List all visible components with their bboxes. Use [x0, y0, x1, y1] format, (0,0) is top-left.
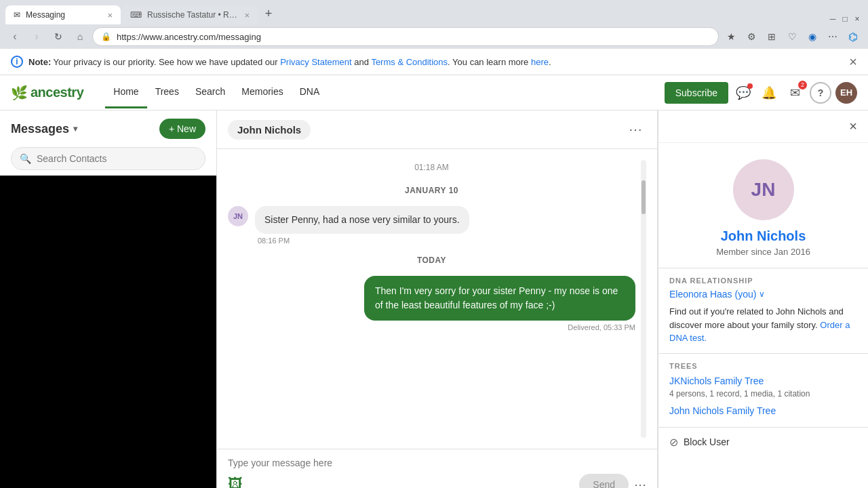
nav-search[interactable]: Search [187, 77, 233, 108]
chat-header: John Nichols ⋯ [217, 110, 657, 149]
info-icon: i [11, 56, 23, 68]
chat-input[interactable] [228, 458, 646, 468]
user-avatar[interactable]: EH [835, 82, 857, 104]
window-minimize[interactable]: ─ [827, 14, 838, 24]
tab-russian-close[interactable]: × [244, 10, 250, 20]
ext-btn-2[interactable]: ⚙ [742, 27, 761, 46]
close-panel-btn[interactable]: × [849, 119, 857, 134]
terms-link[interactable]: Terms & Conditions [371, 57, 448, 67]
tab-russian[interactable]: ⌨ Russische Tastatur • Russian Key… × [122, 5, 258, 24]
notification-bar: i Note: Your privacy is our priority. Se… [0, 49, 868, 75]
search-input[interactable] [37, 153, 197, 164]
ext-btn-3[interactable]: ⊞ [762, 27, 781, 46]
messages-title: Messages ▾ [11, 122, 77, 136]
window-maximize[interactable]: □ [840, 14, 850, 24]
block-user-text[interactable]: Block User [684, 436, 730, 447]
chat-more-btn[interactable]: ⋯ [625, 119, 646, 140]
delivered-status: Delivered, 05:33 PM [364, 323, 635, 331]
tab-russian-title: Russische Tastatur • Russian Key… [147, 10, 239, 20]
left-sidebar: Messages ▾ + New 🔍 [0, 110, 217, 488]
browser-address-bar-row: ‹ › ↻ ⌂ 🔒 https://www.ancestry.com/messa… [0, 24, 868, 49]
jn-avatar: JN [228, 206, 248, 226]
media-attach-btn[interactable]: 🖼 [228, 476, 243, 488]
home-btn[interactable]: ⌂ [71, 27, 90, 46]
profile-name[interactable]: John Nichols [721, 228, 806, 244]
contacts-list-placeholder [0, 176, 216, 488]
search-icon: 🔍 [20, 153, 31, 164]
app-layout: Messages ▾ + New 🔍 John Nichols ⋯ [0, 110, 868, 488]
lock-icon: 🔒 [101, 32, 111, 41]
messages-chevron-icon: ▾ [73, 124, 77, 134]
chat-main: John Nichols ⋯ 01:18 AM JANUARY 10 [217, 110, 658, 488]
chevron-icon: ∨ [759, 289, 765, 299]
send-btn[interactable]: Send [579, 474, 629, 488]
logo-text: ancestry [31, 85, 83, 100]
new-tab-btn[interactable]: + [259, 4, 278, 23]
chat-scroll-thumb[interactable] [642, 180, 646, 214]
notification-close-btn[interactable]: × [849, 54, 857, 70]
trees-section-label: TREES [669, 362, 857, 370]
browser-chrome: ✉ Messaging × ⌨ Russische Tastatur • Rus… [0, 0, 868, 49]
messages-badge [747, 83, 753, 89]
extensions-area: ★ ⚙ ⊞ ♡ ◉ ⋯ ⌬ [722, 27, 863, 46]
privacy-link[interactable]: Privacy Statement [280, 57, 352, 67]
nav-logo[interactable]: 🌿 ancestry [11, 85, 83, 101]
dna-person-link[interactable]: Eleonora Haas (you) ∨ [669, 289, 857, 300]
nav-home[interactable]: Home [105, 77, 146, 108]
dna-section: DNA RELATIONSHIP Eleonora Haas (you) ∨ F… [658, 268, 868, 353]
more-options-btn[interactable]: ⋯ [634, 477, 646, 488]
tab-messaging-favicon: ✉ [14, 10, 20, 20]
msg-time-1: 08:16 PM [255, 237, 469, 245]
window-close[interactable]: × [852, 14, 863, 24]
chat-scroll-track[interactable] [641, 160, 646, 438]
tab-messaging-close[interactable]: × [107, 10, 113, 20]
chat-input-area: 🖼 Send ⋯ [217, 449, 657, 488]
new-message-btn[interactable]: + New [159, 119, 205, 139]
here-link[interactable]: here [531, 57, 549, 67]
refresh-btn[interactable]: ↻ [49, 27, 68, 46]
date-divider-today: TODAY [228, 256, 635, 265]
tree-link-2[interactable]: John Nichols Family Tree [669, 405, 857, 416]
ext-btn-1[interactable]: ★ [722, 27, 741, 46]
nav-memories[interactable]: Memories [233, 77, 291, 108]
logo-leaf-icon: 🌿 [11, 85, 28, 101]
help-icon-btn[interactable]: ? [810, 82, 831, 104]
messages-icon-btn[interactable]: 💬 [732, 82, 754, 104]
chat-messages: 01:18 AM JANUARY 10 JN Sister Penny, had… [217, 149, 657, 449]
profile-section: JN John Nichols Member since Jan 2016 [658, 143, 868, 268]
more-btn[interactable]: ⋯ [823, 27, 842, 46]
notification-after: . You can learn more [448, 57, 531, 67]
dna-description: Find out if you're related to John Nicho… [669, 305, 857, 345]
nav-dna[interactable]: DNA [292, 77, 328, 108]
notification-text: Note: Your privacy is our priority. See … [28, 57, 551, 67]
chat-icon-btn[interactable]: ✉ 2 [784, 82, 806, 104]
message-sent-1: Then I'm very sorry for your sister Penn… [228, 276, 635, 331]
ext-btn-5[interactable]: ◉ [803, 27, 822, 46]
address-bar[interactable]: 🔒 https://www.ancestry.com/messaging [92, 27, 719, 46]
messages-header: Messages ▾ + New [0, 110, 216, 147]
forward-btn[interactable]: › [27, 27, 46, 46]
chat-input-row [228, 458, 646, 468]
nav-trees[interactable]: Trees [147, 77, 187, 108]
subscribe-btn[interactable]: Subscribe [665, 82, 728, 104]
chat-contact-name: John Nichols [237, 124, 301, 136]
notifications-icon-btn[interactable]: 🔔 [758, 82, 780, 104]
url-text: https://www.ancestry.com/messaging [117, 32, 710, 42]
tree-meta-1: 4 persons, 1 record, 1 media, 1 citation [669, 389, 857, 399]
trees-section: TREES JKNichols Family Tree 4 persons, 1… [658, 353, 868, 427]
main-nav: 🌿 ancestry Home Trees Search Memories DN… [0, 75, 868, 110]
tree-link-1[interactable]: JKNichols Family Tree [669, 375, 857, 386]
edge-icon[interactable]: ⌬ [844, 27, 863, 46]
note-label: Note: [28, 57, 51, 67]
tab-messaging[interactable]: ✉ Messaging × [5, 5, 121, 24]
tab-messaging-title: Messaging [26, 10, 102, 20]
chat-bottom-bar: 🖼 Send ⋯ [228, 474, 646, 488]
back-btn[interactable]: ‹ [5, 27, 24, 46]
nav-links: Home Trees Search Memories DNA [105, 77, 664, 108]
ext-btn-4[interactable]: ♡ [783, 27, 802, 46]
profile-avatar: JN [733, 159, 794, 220]
right-panel: × JN John Nichols Member since Jan 2016 … [658, 110, 868, 488]
sent-bubble-1: Then I'm very sorry for your sister Penn… [364, 276, 635, 321]
nav-right: Subscribe 💬 🔔 ✉ 2 ? EH [665, 82, 857, 104]
notification-and: and [352, 57, 372, 67]
